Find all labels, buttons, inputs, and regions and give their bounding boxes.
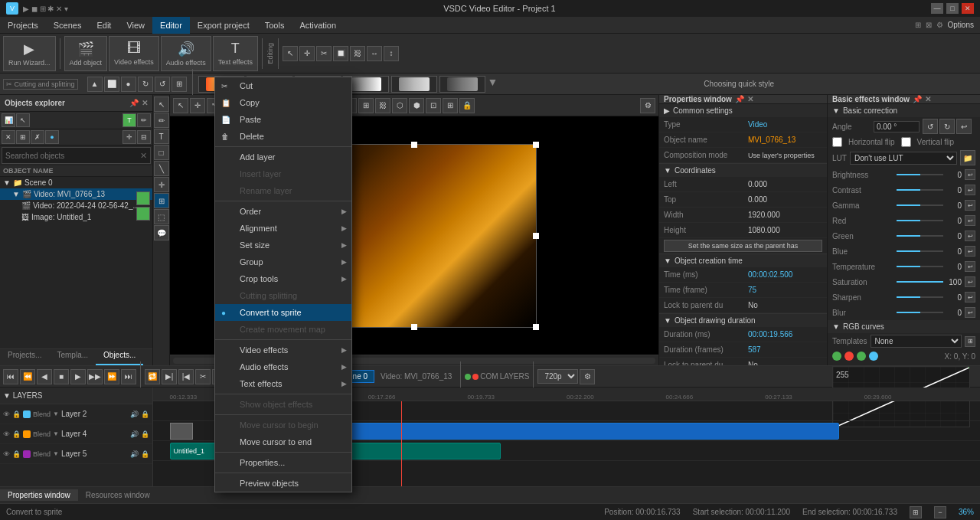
lut-folder-btn[interactable]: 📁 xyxy=(960,150,975,165)
obj-cursor[interactable]: ↖ xyxy=(16,113,30,127)
blend-arrow-4[interactable]: ▼ xyxy=(53,430,59,437)
zoom-out-btn[interactable]: − xyxy=(934,506,946,518)
mute-icon-5[interactable]: 🔊 xyxy=(130,450,139,458)
tab-projects[interactable]: Projects... xyxy=(0,349,49,365)
effects-pin[interactable]: 📌 xyxy=(913,95,922,103)
obj-move[interactable]: ✛ xyxy=(122,130,136,144)
ctx-move-to-end[interactable]: Move cursor to end xyxy=(215,433,351,450)
obj-copy[interactable]: ⊞ xyxy=(16,130,30,144)
et-chain[interactable]: ⛓ xyxy=(375,98,390,113)
green-track[interactable] xyxy=(897,235,943,237)
tree-video-mvi[interactable]: ▼ 🎬 Video: MVI_0766_13 xyxy=(0,188,152,200)
menu-view[interactable]: View xyxy=(119,17,152,34)
coordinates-header[interactable]: ▼ Coordinates xyxy=(659,164,827,177)
red-reset[interactable]: ↩ xyxy=(965,215,975,226)
ctx-cut[interactable]: ✂ Cut xyxy=(215,77,351,94)
menu-tools[interactable]: Tools xyxy=(257,17,292,34)
green-reset[interactable]: ↩ xyxy=(965,231,975,241)
blur-track[interactable] xyxy=(897,312,943,313)
props-close[interactable]: ✕ xyxy=(747,95,753,103)
lock2-icon-5[interactable]: 🔒 xyxy=(141,450,149,458)
contrast-reset[interactable]: ↩ xyxy=(965,185,975,195)
rgb-curves-header[interactable]: ▼ RGB curves xyxy=(828,320,980,333)
lt-crop[interactable]: ⬚ xyxy=(154,209,169,224)
contrast-track[interactable] xyxy=(897,189,943,191)
add-object-button[interactable]: 🎬 Add object xyxy=(64,36,108,71)
et-dots2[interactable]: ⊞ xyxy=(443,98,458,113)
lock-icon-4[interactable]: 🔒 xyxy=(12,430,21,438)
tl-loop-btn[interactable]: 🔁 xyxy=(145,369,160,384)
rotate-right-btn[interactable]: ↻ xyxy=(939,119,955,134)
common-settings-header[interactable]: ▶ Common settings xyxy=(659,104,827,117)
tool-e[interactable]: ↺ xyxy=(155,77,170,92)
explorer-pin[interactable]: 📌 xyxy=(129,99,139,107)
ctx-paste[interactable]: 📄 Paste xyxy=(215,111,351,128)
close-button[interactable]: ✕ xyxy=(962,3,974,14)
handle-br[interactable] xyxy=(533,324,539,330)
run-wizard-button[interactable]: ▶ Run Wizard... xyxy=(3,36,56,71)
tree-image-untitled[interactable]: 🖼 Image: Untitled_1 xyxy=(0,211,152,223)
obj-circle[interactable]: ● xyxy=(45,130,59,144)
video-effects-button[interactable]: 🎞 Video effects xyxy=(109,36,159,71)
qs-grayscale-3[interactable] xyxy=(439,76,485,93)
lock-icon-5[interactable]: 🔒 xyxy=(12,450,21,458)
blue-track[interactable] xyxy=(897,250,943,252)
tl-stop-btn[interactable]: ■ xyxy=(54,369,69,384)
qs-grayscale-2[interactable] xyxy=(391,76,437,93)
ctx-crop-tools[interactable]: Crop tools xyxy=(215,270,351,287)
window-controls[interactable]: — □ ✕ xyxy=(931,3,974,14)
saturation-track[interactable] xyxy=(897,281,943,283)
obj-bar-chart[interactable]: 📊 xyxy=(2,113,15,127)
ctx-set-size[interactable]: Set size xyxy=(215,237,351,253)
mute-icon-2[interactable]: 🔊 xyxy=(130,410,139,418)
tool-a[interactable]: ▲ xyxy=(87,77,103,92)
handle-bc[interactable] xyxy=(411,324,417,330)
search-clear-icon[interactable]: ✕ xyxy=(140,151,147,161)
lt-text[interactable]: T xyxy=(154,129,169,144)
obj-draw[interactable]: ✏ xyxy=(137,113,151,127)
mute-icon-4[interactable]: 🔊 xyxy=(130,430,139,438)
maximize-button[interactable]: □ xyxy=(946,3,959,14)
templates-btn[interactable]: ⊞ xyxy=(965,336,975,347)
gamma-track[interactable] xyxy=(897,204,943,206)
minimize-button[interactable]: — xyxy=(931,3,943,14)
settings-icon[interactable]: ⚙ xyxy=(936,21,943,29)
tree-scene-0[interactable]: ▼ 📁 Scene 0 xyxy=(0,177,152,188)
audio-effects-button[interactable]: 🔊 Audio effects xyxy=(161,36,211,71)
tl-mark-btn[interactable]: ▶| xyxy=(162,369,177,384)
basic-correction-header[interactable]: ▼ Basic correction xyxy=(828,104,980,117)
tl-end-btn[interactable]: ⏭ xyxy=(121,369,136,384)
handle-tc[interactable] xyxy=(411,142,417,148)
dot-green[interactable] xyxy=(832,352,841,361)
et-dots[interactable]: ⊡ xyxy=(426,98,441,113)
reset-angle-btn[interactable]: ↩ xyxy=(956,119,972,134)
tl-prev-btn[interactable]: ⏪ xyxy=(20,369,35,384)
lt-shape[interactable]: □ xyxy=(154,145,169,160)
et-expand[interactable]: ⬢ xyxy=(409,98,424,113)
layout-icon[interactable]: ⊞ xyxy=(915,21,921,29)
ctx-add-layer[interactable]: Add layer xyxy=(215,149,351,165)
obj-x[interactable]: ✗ xyxy=(31,130,44,144)
fit-btn[interactable]: ⊞ xyxy=(910,506,922,518)
sharpen-reset[interactable]: ↩ xyxy=(965,292,975,303)
side-green-1[interactable] xyxy=(136,191,150,205)
lt-pen[interactable]: ✏ xyxy=(154,113,169,128)
et-cross[interactable]: ✛ xyxy=(190,98,205,113)
lock-icon-2[interactable]: 🔒 xyxy=(12,410,21,418)
ctx-order[interactable]: Order xyxy=(215,203,351,220)
menu-edit[interactable]: Edit xyxy=(89,17,119,34)
tool-c[interactable]: ● xyxy=(121,77,136,92)
select-tool[interactable]: ↖ xyxy=(283,46,298,61)
drawing-duration-header[interactable]: ▼ Object drawing duration xyxy=(659,314,827,327)
et-grid[interactable]: ⊞ xyxy=(358,98,374,113)
tl-start-btn[interactable]: ▶ xyxy=(70,369,86,384)
tool-f[interactable]: ⊞ xyxy=(172,77,187,92)
playhead[interactable] xyxy=(401,401,402,486)
ctx-audio-effects[interactable]: Audio effects xyxy=(215,358,351,375)
lt-chat[interactable]: 💬 xyxy=(154,225,169,240)
menu-editor[interactable]: Editor xyxy=(152,17,190,34)
props-pin[interactable]: 📌 xyxy=(735,95,744,103)
menu-activation[interactable]: Activation xyxy=(292,17,344,34)
blur-reset[interactable]: ↩ xyxy=(965,307,975,318)
handle-mr[interactable] xyxy=(533,233,539,239)
